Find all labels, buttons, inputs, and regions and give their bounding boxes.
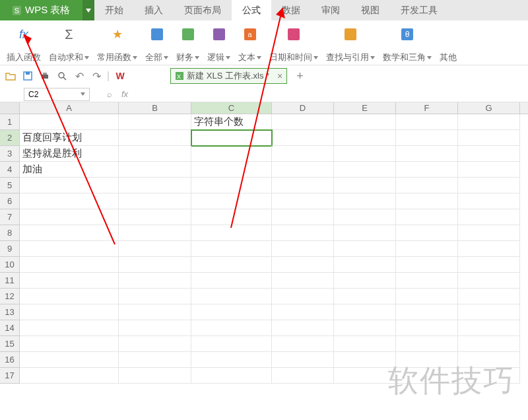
cell-A11[interactable] <box>20 273 119 289</box>
all-functions-button[interactable]: 全部 <box>141 23 172 65</box>
logic-button[interactable]: 逻辑 <box>203 23 234 65</box>
tab-dev[interactable]: 开发工具 <box>390 0 448 20</box>
cell-B10[interactable] <box>119 257 191 273</box>
cell-G4[interactable] <box>458 162 520 178</box>
col-header-B[interactable]: B <box>119 102 191 114</box>
tab-review[interactable]: 审阅 <box>311 0 350 20</box>
cell-C3[interactable] <box>191 146 272 162</box>
col-header-A[interactable]: A <box>20 102 119 114</box>
cell-B6[interactable] <box>119 193 191 209</box>
cell-G15[interactable] <box>458 336 520 352</box>
col-header-E[interactable]: E <box>334 102 396 114</box>
math-button[interactable]: θ 数学和三角 <box>379 23 436 65</box>
cell-C6[interactable] <box>191 193 272 209</box>
cell-C15[interactable] <box>191 336 272 352</box>
cell-A12[interactable] <box>20 289 119 304</box>
row-header[interactable]: 16 <box>0 352 20 368</box>
search-icon[interactable]: ⌕ <box>107 89 112 99</box>
cell-D15[interactable] <box>272 336 334 352</box>
row-header[interactable]: 13 <box>0 304 20 320</box>
datetime-button[interactable]: 日期和时间 <box>265 23 322 65</box>
cell-D8[interactable] <box>272 225 334 241</box>
row-header[interactable]: 15 <box>0 336 20 352</box>
tab-start[interactable]: 开始 <box>94 0 134 20</box>
cell-D16[interactable] <box>272 352 334 368</box>
cell-G7[interactable] <box>458 209 520 225</box>
cell-B14[interactable] <box>119 320 191 336</box>
lookup-button[interactable]: 查找与引用 <box>322 23 379 65</box>
cell-C4[interactable] <box>191 162 272 178</box>
cell-E17[interactable] <box>334 368 396 384</box>
financial-button[interactable]: 财务 <box>172 23 203 65</box>
row-header[interactable]: 9 <box>0 241 20 257</box>
cell-F6[interactable] <box>396 193 458 209</box>
cell-F14[interactable] <box>396 320 458 336</box>
cell-E4[interactable] <box>334 162 396 178</box>
tab-view[interactable]: 视图 <box>350 0 390 20</box>
row-header[interactable]: 11 <box>0 273 20 289</box>
cell-D13[interactable] <box>272 304 334 320</box>
cell-B5[interactable] <box>119 178 191 193</box>
cell-D2[interactable] <box>272 130 334 146</box>
cell-D9[interactable] <box>272 241 334 257</box>
add-tab-button[interactable]: + <box>296 69 310 83</box>
save-icon[interactable] <box>21 69 34 83</box>
cell-A8[interactable] <box>20 225 119 241</box>
cell-F5[interactable] <box>396 178 458 193</box>
app-menu-dropdown[interactable] <box>82 0 94 20</box>
cell-C16[interactable] <box>191 352 272 368</box>
cell-E2[interactable] <box>334 130 396 146</box>
cell-C10[interactable] <box>191 257 272 273</box>
row-header[interactable]: 12 <box>0 289 20 304</box>
cell-E13[interactable] <box>334 304 396 320</box>
col-header-C[interactable]: C <box>191 102 272 114</box>
cell-F4[interactable] <box>396 162 458 178</box>
cell-E5[interactable] <box>334 178 396 193</box>
name-box[interactable]: C2 <box>24 88 90 101</box>
cell-B11[interactable] <box>119 273 191 289</box>
cell-E10[interactable] <box>334 257 396 273</box>
cell-G11[interactable] <box>458 273 520 289</box>
cell-C13[interactable] <box>191 304 272 320</box>
preview-icon[interactable] <box>55 69 69 83</box>
select-all-corner[interactable] <box>0 102 20 114</box>
cell-G1[interactable] <box>458 114 520 130</box>
cell-C1[interactable]: 字符串个数 <box>191 114 272 130</box>
wps-logo-icon[interactable]: W <box>114 69 127 83</box>
cell-D4[interactable] <box>272 162 334 178</box>
cell-E7[interactable] <box>334 209 396 225</box>
cell-G9[interactable] <box>458 241 520 257</box>
cell-F3[interactable] <box>396 146 458 162</box>
cell-B9[interactable] <box>119 241 191 257</box>
row-header[interactable]: 14 <box>0 320 20 336</box>
cell-F12[interactable] <box>396 289 458 304</box>
cell-D7[interactable] <box>272 209 334 225</box>
cell-A16[interactable] <box>20 352 119 368</box>
cell-D5[interactable] <box>272 178 334 193</box>
insert-function-button[interactable]: fx 插入函数 <box>3 23 45 65</box>
cell-G12[interactable] <box>458 289 520 304</box>
cell-A7[interactable] <box>20 209 119 225</box>
cell-C12[interactable] <box>191 289 272 304</box>
row-header[interactable]: 5 <box>0 178 20 193</box>
cell-A17[interactable] <box>20 368 119 384</box>
cell-E11[interactable] <box>334 273 396 289</box>
cell-C9[interactable] <box>191 241 272 257</box>
col-header-G[interactable]: G <box>458 102 520 114</box>
cell-G6[interactable] <box>458 193 520 209</box>
cell-D14[interactable] <box>272 320 334 336</box>
cell-B2[interactable] <box>119 130 191 146</box>
cell-E1[interactable] <box>334 114 396 130</box>
tab-insert[interactable]: 插入 <box>134 0 174 20</box>
cell-C7[interactable] <box>191 209 272 225</box>
cell-C17[interactable] <box>191 368 272 384</box>
cell-E9[interactable] <box>334 241 396 257</box>
common-functions-button[interactable]: ★ 常用函数 <box>93 23 141 65</box>
cell-G10[interactable] <box>458 257 520 273</box>
cell-G16[interactable] <box>458 352 520 368</box>
cell-B16[interactable] <box>119 352 191 368</box>
open-icon[interactable] <box>4 69 17 83</box>
row-header[interactable]: 8 <box>0 225 20 241</box>
row-header[interactable]: 4 <box>0 162 20 178</box>
cell-E15[interactable] <box>334 336 396 352</box>
